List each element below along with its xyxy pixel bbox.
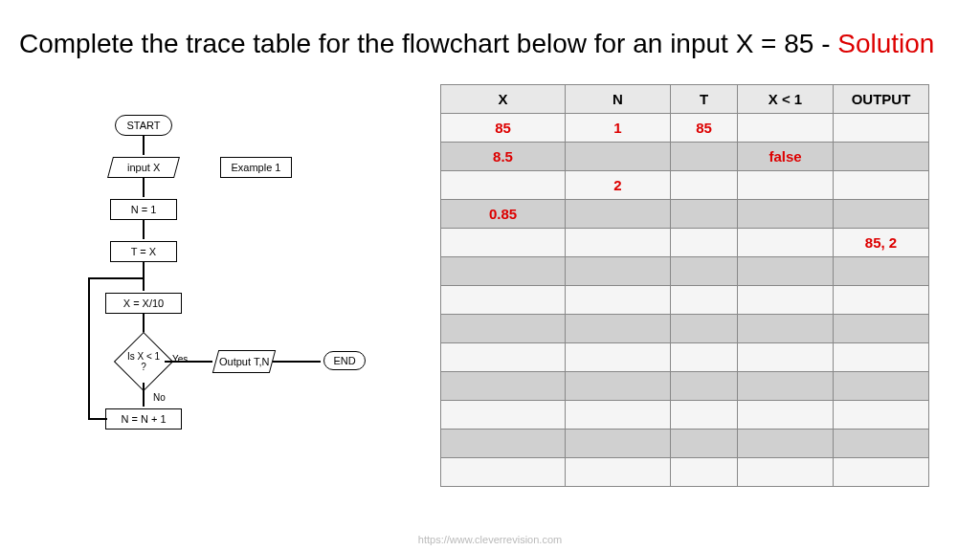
- table-cell: [566, 343, 671, 372]
- table-cell: [566, 257, 671, 286]
- arrow: [273, 361, 321, 363]
- table-cell: [738, 343, 834, 372]
- table-cell: [834, 430, 929, 458]
- table-cell: [441, 430, 566, 458]
- table-cell: [671, 257, 738, 286]
- table-cell: 8.5: [441, 143, 566, 171]
- table-cell: [671, 200, 738, 229]
- table-cell: [566, 200, 671, 229]
- table-cell: [441, 229, 566, 257]
- fc-example-label: Example 1: [220, 157, 292, 178]
- table-cell: [738, 401, 834, 430]
- arrow: [165, 361, 212, 363]
- fc-no-label: No: [153, 392, 166, 403]
- table-cell: [671, 372, 738, 401]
- table-cell: [834, 372, 929, 401]
- fc-start: START: [115, 115, 172, 136]
- table-cell: [441, 372, 566, 401]
- table-cell: 85: [671, 114, 738, 143]
- table-cell: false: [738, 143, 834, 171]
- table-row: [441, 286, 929, 315]
- arrow: [143, 220, 145, 239]
- table-row: [441, 458, 929, 487]
- table-cell: [738, 458, 834, 487]
- fc-output: Output T,N: [212, 350, 276, 373]
- table-row: [441, 401, 929, 430]
- table-cell: 1: [566, 114, 671, 143]
- table-cell: [834, 200, 929, 229]
- table-cell: [738, 372, 834, 401]
- table-cell: [566, 372, 671, 401]
- fc-n1: N = 1: [110, 199, 177, 220]
- arrow: [105, 418, 107, 420]
- table-cell: [834, 401, 929, 430]
- table-cell: [834, 171, 929, 200]
- table-cell: [834, 458, 929, 487]
- table-cell: [671, 315, 738, 343]
- table-cell: [671, 430, 738, 458]
- col-output: OUTPUT: [834, 85, 929, 114]
- table-row: 2: [441, 171, 929, 200]
- fc-input: input X: [107, 157, 180, 178]
- flowchart: START input X Example 1 N = 1 T = X X = …: [86, 115, 392, 497]
- table-cell: [671, 401, 738, 430]
- title-main: Complete the trace table for the flowcha…: [19, 29, 837, 58]
- col-xlt1: X < 1: [738, 85, 834, 114]
- table-row: [441, 343, 929, 372]
- arrow: [143, 178, 145, 197]
- arrow: [88, 277, 143, 279]
- table-cell: [441, 401, 566, 430]
- arrow: [143, 136, 145, 155]
- table-row: 0.85: [441, 200, 929, 229]
- table-cell: [566, 315, 671, 343]
- table-cell: [671, 458, 738, 487]
- table-cell: [566, 458, 671, 487]
- arrow: [88, 418, 105, 420]
- table-cell: [566, 143, 671, 171]
- table-cell: [834, 143, 929, 171]
- table-cell: 2: [566, 171, 671, 200]
- table-cell: [671, 286, 738, 315]
- table-cell: [738, 114, 834, 143]
- table-cell: [738, 430, 834, 458]
- table-cell: [834, 114, 929, 143]
- table-cell: [738, 315, 834, 343]
- table-cell: 85, 2: [834, 229, 929, 257]
- table-cell: [671, 143, 738, 171]
- table-cell: [566, 430, 671, 458]
- table-cell: [671, 229, 738, 257]
- table-cell: [566, 401, 671, 430]
- trace-table: X N T X < 1 OUTPUT 851858.5false20.8585,…: [440, 84, 929, 487]
- table-row: 85185: [441, 114, 929, 143]
- table-cell: [738, 200, 834, 229]
- table-cell: [834, 286, 929, 315]
- table-cell: 85: [441, 114, 566, 143]
- page-title: Complete the trace table for the flowcha…: [19, 29, 934, 59]
- table-cell: [834, 315, 929, 343]
- table-row: [441, 315, 929, 343]
- table-cell: [441, 458, 566, 487]
- table-cell: [738, 171, 834, 200]
- table-cell: [566, 286, 671, 315]
- col-n: N: [566, 85, 671, 114]
- fc-nplus: N = N + 1: [105, 408, 182, 430]
- table-cell: [738, 257, 834, 286]
- table-cell: [671, 343, 738, 372]
- table-cell: [441, 286, 566, 315]
- arrow: [88, 277, 90, 420]
- table-cell: [566, 229, 671, 257]
- table-row: [441, 372, 929, 401]
- table-cell: [834, 257, 929, 286]
- table-cell: [441, 315, 566, 343]
- table-row: 8.5false: [441, 143, 929, 171]
- fc-yes-label: Yes: [172, 354, 188, 364]
- table-row: 85, 2: [441, 229, 929, 257]
- table-cell: 0.85: [441, 200, 566, 229]
- fc-tx: T = X: [110, 241, 177, 262]
- title-solution: Solution: [837, 29, 934, 58]
- table-row: [441, 257, 929, 286]
- table-cell: [738, 286, 834, 315]
- footer-url: https://www.cleverrevision.com: [0, 534, 980, 545]
- table-cell: [834, 343, 929, 372]
- table-cell: [738, 229, 834, 257]
